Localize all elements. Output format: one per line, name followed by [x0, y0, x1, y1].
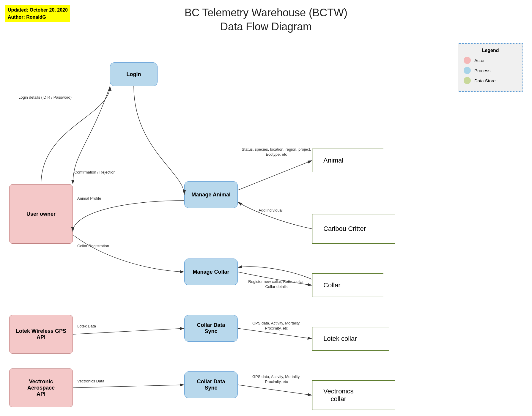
arrow-vectronic-to-sync2 [73, 385, 184, 388]
vectronics-collar-store-node: Vectronics collar [312, 380, 395, 410]
add-individual-label: Add individual [259, 208, 283, 212]
vectronic-api-node: Vectronic Aerospace API [9, 368, 73, 407]
legend-datastore: Data Store [464, 77, 517, 84]
arrow-login-to-user [73, 86, 110, 184]
gps-data2-label: GPS data, Activity, Mortality, Proximity… [241, 374, 312, 385]
author-label: Author: RonaldG [8, 14, 68, 21]
legend-actor-label: Actor [474, 58, 485, 63]
collar-store-lines [312, 273, 383, 297]
diagram-container: Updated: October 20, 2020 Author: Ronald… [0, 0, 532, 416]
register-collar-label: Register new collar, Retire collar, Coll… [241, 279, 312, 289]
lotek-data-label: Lotek Data [77, 324, 96, 328]
actor-circle [464, 57, 471, 64]
animal-profile-label: Animal Profile [77, 196, 101, 201]
arrow-manage-animal-to-user [73, 201, 184, 232]
lotek-api-node: Lotek Wireless GPS API [9, 315, 73, 354]
arrow-user-to-login [41, 86, 110, 184]
animal-store-lines [312, 149, 383, 172]
vectronics-data-label: Vectronics Data [77, 379, 104, 383]
page-title: BC Telemetry Warehouse (BCTW) Data Flow … [185, 6, 347, 34]
arrow-caribou-to-manage-animal [238, 202, 312, 229]
collar-store-node: Collar [312, 273, 383, 297]
collar-registration-label: Collar Registration [77, 244, 109, 248]
datastore-circle [464, 77, 471, 84]
updated-box: Updated: October 20, 2020 Author: Ronald… [5, 5, 70, 22]
arrow-lotek-to-sync1 [73, 328, 184, 334]
arrow-sync2-to-vectronics-collar [238, 385, 312, 395]
arrow-login-to-manage-animal [134, 86, 184, 195]
arrow-collar-to-manage-collar [238, 267, 312, 279]
login-node: Login [110, 62, 158, 86]
process-circle [464, 67, 471, 74]
login-details-label: Login details (IDIR / Password) [18, 95, 72, 100]
legend-title: Legend [464, 48, 517, 53]
legend-datastore-label: Data Store [474, 78, 496, 83]
status-species-label: Status, species, location, region, proje… [241, 147, 312, 157]
legend: Legend Actor Process Data Store [458, 43, 523, 92]
lotek-collar-store-node: Lotek collar [312, 327, 389, 351]
arrow-manage-animal-to-animal [238, 160, 312, 190]
legend-actor: Actor [464, 57, 517, 64]
animal-store-node: Animal [312, 149, 383, 172]
user-owner-node: User owner [9, 184, 73, 244]
collar-data-sync1-node: Collar Data Sync [184, 315, 238, 342]
manage-collar-node: Manage Collar [184, 259, 238, 285]
collar-data-sync2-node: Collar Data Sync [184, 371, 238, 398]
updated-label: Updated: October 20, 2020 [8, 7, 68, 14]
manage-animal-node: Manage Animal [184, 181, 238, 208]
arrow-user-to-manage-collar [73, 235, 184, 272]
legend-process: Process [464, 67, 517, 74]
gps-data1-label: GPS data, Activity, Mortality, Proximity… [241, 321, 312, 331]
legend-process-label: Process [474, 68, 490, 73]
confirmation-label: Confirmation / Rejection [74, 170, 116, 174]
caribou-store-node: Caribou Critter [312, 214, 395, 244]
